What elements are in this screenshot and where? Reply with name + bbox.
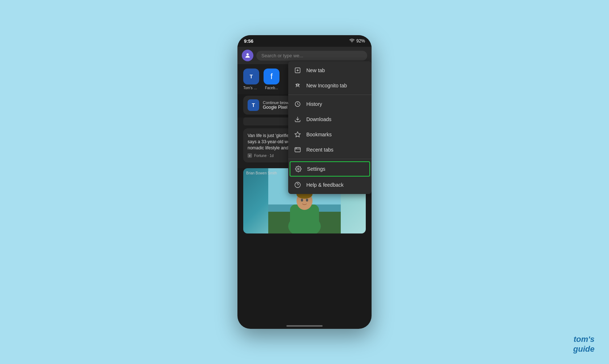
menu-item-downloads[interactable]: Downloads: [288, 112, 372, 127]
menu-group-2: History Downloads: [288, 95, 372, 159]
wifi-icon: [349, 38, 355, 44]
continue-site-icon: T: [248, 99, 259, 111]
settings-label: Settings: [307, 166, 326, 172]
downloads-label: Downloads: [306, 116, 331, 122]
menu-item-history[interactable]: History: [288, 96, 372, 112]
toms-guide-icon: T: [243, 69, 259, 84]
search-bar[interactable]: Search or type we...: [256, 51, 367, 61]
status-icons: 92%: [349, 38, 365, 44]
settings-icon-svg: [295, 166, 302, 172]
gear-icon: [295, 165, 302, 173]
menu-group-1: New tab New Incognito tab: [288, 61, 372, 95]
bookmarks-label: Bookmarks: [306, 132, 332, 137]
watermark-line2: guide: [573, 344, 594, 353]
download-icon: [294, 116, 301, 123]
new-tab-icon-svg: [294, 67, 301, 74]
svg-point-10: [301, 199, 303, 202]
context-menu: New tab New Incognito tab: [288, 61, 372, 194]
incognito-label: New Incognito tab: [306, 83, 347, 88]
shortcut-label-facebook: Faceb...: [265, 86, 278, 90]
toms-guide-watermark: tom's guide: [573, 335, 594, 354]
watermark-line1: tom's: [573, 335, 594, 344]
star-icon: [294, 131, 301, 138]
plus-square-icon: [294, 67, 301, 74]
svg-point-11: [306, 199, 308, 202]
svg-rect-21: [295, 148, 301, 152]
menu-group-3: Settings Help & feedback: [288, 159, 372, 194]
history-label: History: [306, 101, 322, 107]
svg-point-17: [298, 85, 299, 86]
bookmarks-icon-svg: [294, 131, 301, 138]
menu-item-settings[interactable]: Settings: [290, 161, 370, 177]
article-source: Fortune · 1d: [254, 154, 274, 158]
recent-tabs-icon-svg: [294, 146, 301, 153]
svg-point-24: [298, 168, 299, 170]
svg-text:F: F: [249, 155, 250, 157]
downloads-icon-svg: [294, 116, 301, 123]
incognito-icon-svg: [294, 82, 301, 89]
svg-marker-20: [295, 132, 301, 137]
phone-inner: Search or type we... T Tom's Guid... f F…: [237, 47, 372, 329]
recent-tabs-icon: [294, 146, 301, 153]
new-tab-label: New tab: [306, 67, 325, 73]
shortcut-facebook[interactable]: f Faceb...: [264, 69, 279, 90]
facebook-icon: f: [264, 69, 279, 84]
people-source: Brian Bowen Smith: [246, 171, 277, 175]
svg-point-25: [295, 182, 301, 188]
shortcut-toms[interactable]: T Tom's Guid...: [243, 69, 259, 90]
svg-point-0: [246, 53, 249, 55]
status-time: 9:56: [244, 38, 253, 44]
svg-point-16: [296, 85, 297, 86]
help-label: Help & feedback: [306, 182, 344, 188]
help-icon-svg: [294, 182, 301, 188]
recent-tabs-label: Recent tabs: [306, 147, 334, 153]
menu-item-recent-tabs[interactable]: Recent tabs: [288, 142, 372, 157]
help-icon: [294, 181, 301, 189]
history-icon-svg: [294, 101, 301, 107]
battery-status: 92%: [356, 38, 365, 44]
incognito-icon: [294, 82, 301, 89]
search-placeholder: Search or type we...: [261, 53, 303, 58]
phone-frame: 9:56 92% Search or: [237, 35, 372, 329]
menu-item-bookmarks[interactable]: Bookmarks: [288, 127, 372, 142]
status-bar: 9:56 92%: [237, 35, 372, 47]
menu-item-incognito[interactable]: New Incognito tab: [288, 78, 372, 93]
fortune-icon: F: [248, 153, 252, 158]
menu-item-help[interactable]: Help & feedback: [288, 177, 372, 193]
home-indicator[interactable]: [286, 325, 323, 327]
person-icon: [244, 52, 251, 59]
shortcut-label-toms: Tom's Guid...: [243, 86, 259, 90]
clock-icon: [294, 100, 301, 108]
avatar[interactable]: [242, 50, 253, 61]
menu-item-new-tab[interactable]: New tab: [288, 63, 372, 78]
